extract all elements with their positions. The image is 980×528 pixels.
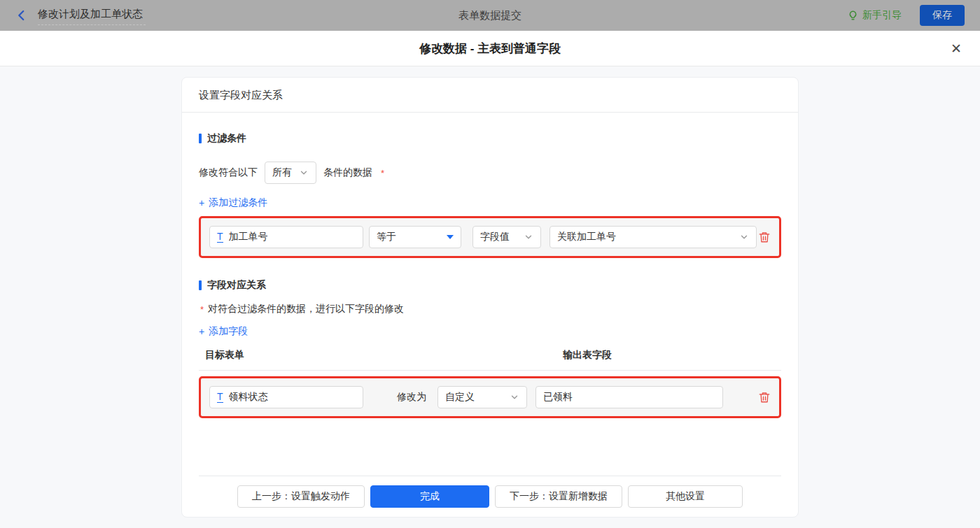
filter-condition-highlight-box: T 等于 字段值 关联加工单号: [199, 216, 781, 258]
delete-condition-button[interactable]: [758, 231, 771, 243]
output-type-select[interactable]: 自定义: [438, 386, 527, 408]
value-type-select[interactable]: 字段值: [472, 226, 541, 248]
settings-panel: 设置字段对应关系 过滤条件 修改符合以下 所有 条件的数据 * +: [181, 77, 799, 518]
required-asterisk: *: [381, 168, 384, 178]
field-mapping-highlight-box: T 修改为 自定义: [199, 376, 781, 418]
add-field-label: 添加字段: [209, 325, 248, 338]
value-field-select[interactable]: 关联加工单号: [550, 226, 757, 248]
panel-footer: 上一步：设置触发动作 完成 下一步：设置新增数据 其他设置: [199, 476, 781, 517]
field-mapping-row: T 修改为 自定义: [209, 386, 771, 408]
close-icon[interactable]: ✕: [951, 42, 962, 55]
topbar-right: 新手引导 保存: [847, 5, 965, 26]
filter-condition-row: T 等于 字段值 关联加工单号: [209, 226, 771, 248]
output-value-input-box[interactable]: [536, 386, 723, 408]
output-field-column-header: 输出表字段: [563, 349, 612, 362]
add-field-link[interactable]: + 添加字段: [199, 325, 248, 338]
match-condition-line: 修改符合以下 所有 条件的数据 *: [199, 162, 781, 184]
beginner-guide-label: 新手引导: [862, 9, 902, 22]
other-settings-button[interactable]: 其他设置: [628, 485, 743, 508]
next-step-button[interactable]: 下一步：设置新增数据: [495, 485, 622, 508]
match-mode-value: 所有: [272, 166, 295, 179]
filter-field-input-box[interactable]: T: [209, 226, 363, 248]
topbar: 表单数据提交 修改计划及加工单状态 新手引导 保存: [0, 0, 980, 31]
add-filter-condition-label: 添加过滤条件: [209, 197, 267, 209]
mapping-section-label: 字段对应关系: [207, 279, 266, 292]
beginner-guide-link[interactable]: 新手引导: [847, 9, 902, 22]
add-filter-condition-link[interactable]: + 添加过滤条件: [199, 197, 267, 209]
page-title: 表单数据提交: [0, 9, 980, 22]
value-type-value: 字段值: [480, 231, 519, 243]
modify-to-label: 修改为: [397, 391, 438, 404]
filter-section-title: 过滤条件: [199, 132, 781, 145]
dialog-content: 设置字段对应关系 过滤条件 修改符合以下 所有 条件的数据 * +: [0, 77, 980, 528]
mapping-column-headers: 目标表单 输出表字段: [199, 349, 781, 371]
caret-down-icon: [447, 235, 454, 239]
done-button[interactable]: 完成: [370, 485, 489, 508]
operator-value: 等于: [377, 231, 442, 243]
target-form-column-header: 目标表单: [205, 349, 244, 362]
panel-title: 设置字段对应关系: [182, 78, 798, 113]
filter-field-input[interactable]: [229, 231, 356, 243]
operator-select[interactable]: 等于: [369, 226, 461, 248]
output-type-value: 自定义: [445, 391, 505, 404]
topbar-left: 修改计划及加工单状态: [15, 6, 146, 25]
dialog-title: 修改数据 - 主表到普通字段: [419, 41, 561, 57]
filter-section-label: 过滤条件: [207, 132, 246, 145]
delete-field-button[interactable]: [758, 391, 771, 404]
lightbulb-icon: [847, 10, 859, 22]
chevron-down-icon: [299, 168, 309, 178]
match-prefix-text: 修改符合以下: [199, 166, 258, 179]
section-accent-bar: [199, 280, 202, 290]
chevron-down-icon: [510, 392, 519, 402]
panel-body: 过滤条件 修改符合以下 所有 条件的数据 * + 添加过滤条件: [182, 113, 798, 517]
required-asterisk: *: [200, 304, 204, 315]
target-field-input-box[interactable]: T: [209, 386, 363, 408]
chevron-left-icon: [15, 9, 28, 22]
match-mode-select[interactable]: 所有: [265, 162, 316, 184]
match-suffix-text: 条件的数据: [323, 166, 372, 179]
chevron-down-icon: [739, 232, 749, 242]
chevron-down-icon: [524, 232, 533, 242]
workflow-title[interactable]: 修改计划及加工单状态: [38, 6, 146, 25]
mapping-description-text: 对符合过滤条件的数据，进行以下字段的修改: [208, 303, 404, 315]
save-button[interactable]: 保存: [920, 5, 965, 26]
section-accent-bar: [199, 134, 202, 143]
target-field-input[interactable]: [229, 392, 356, 403]
value-field-value: 关联加工单号: [557, 231, 735, 243]
text-field-icon: T: [217, 392, 223, 403]
prev-step-button[interactable]: 上一步：设置触发动作: [237, 485, 365, 508]
plus-icon: +: [199, 197, 204, 208]
back-button[interactable]: [15, 9, 28, 22]
dialog-header: 修改数据 - 主表到普通字段 ✕: [0, 31, 980, 66]
mapping-description-line: * 对符合过滤条件的数据，进行以下字段的修改: [199, 303, 781, 315]
output-value-input[interactable]: [543, 392, 715, 403]
mapping-section-title: 字段对应关系: [199, 279, 781, 292]
plus-icon: +: [199, 326, 204, 337]
text-field-icon: T: [217, 231, 223, 243]
